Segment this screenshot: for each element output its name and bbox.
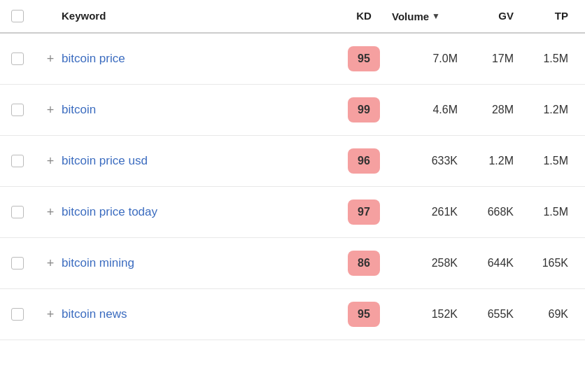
keyword-link-5[interactable]: bitcoin news xyxy=(62,307,127,321)
row-checkbox-area-0[interactable] xyxy=(11,52,36,65)
add-button-area-2[interactable]: + xyxy=(36,153,62,169)
tp-cell-1: 1.2M xyxy=(525,104,574,116)
tp-value-1: 1.2M xyxy=(543,104,568,115)
add-button-1[interactable]: + xyxy=(43,102,58,118)
keyword-link-2[interactable]: bitcoin price usd xyxy=(62,154,148,167)
keyword-cell-3: bitcoin price today xyxy=(62,205,336,219)
tp-cell-3: 1.5M xyxy=(525,206,574,218)
gv-value-3: 668K xyxy=(488,206,514,218)
keyword-link-0[interactable]: bitcoin price xyxy=(62,52,125,65)
volume-value-3: 261K xyxy=(432,206,458,218)
table-body: + bitcoin price 95 7.0M 17M 1.5M + bitco… xyxy=(0,34,585,340)
volume-header-label[interactable]: Volume ▼ xyxy=(392,10,458,22)
table-row: + bitcoin news 95 152K 655K 69K xyxy=(0,289,585,340)
gv-cell-3: 668K xyxy=(469,206,525,218)
table-row: + bitcoin 99 4.6M 28M 1.2M xyxy=(0,85,585,136)
kd-badge-4: 86 xyxy=(348,251,380,276)
tp-value-5: 69K xyxy=(549,308,568,320)
row-checkbox-area-3[interactable] xyxy=(11,206,36,218)
volume-sort-arrow: ▼ xyxy=(432,11,440,21)
row-checkbox-area-4[interactable] xyxy=(11,257,36,270)
table-row: + bitcoin price 95 7.0M 17M 1.5M xyxy=(0,34,585,85)
kd-badge-0: 95 xyxy=(348,46,380,71)
gv-header: GV xyxy=(469,10,525,22)
keyword-link-1[interactable]: bitcoin xyxy=(62,103,96,116)
gv-header-label: GV xyxy=(498,10,514,22)
keyword-header-label: Keyword xyxy=(62,10,106,22)
add-button-area-1[interactable]: + xyxy=(36,102,62,118)
add-button-0[interactable]: + xyxy=(43,51,58,66)
keyword-cell-2: bitcoin price usd xyxy=(62,154,336,168)
kd-cell-0: 95 xyxy=(336,46,392,71)
kd-badge-5: 95 xyxy=(348,302,380,327)
row-checkbox-0[interactable] xyxy=(11,52,24,65)
row-checkbox-4[interactable] xyxy=(11,257,24,270)
keyword-cell-5: bitcoin news xyxy=(62,307,336,321)
keyword-cell-0: bitcoin price xyxy=(62,52,336,66)
tp-value-0: 1.5M xyxy=(543,52,568,64)
table-row: + bitcoin mining 86 258K 644K 165K xyxy=(0,238,585,289)
gv-value-5: 655K xyxy=(488,308,514,320)
gv-value-1: 28M xyxy=(492,104,514,115)
kd-header-label: KD xyxy=(356,10,372,22)
volume-cell-4: 258K xyxy=(392,257,469,270)
gv-value-4: 644K xyxy=(488,257,514,269)
volume-value-2: 633K xyxy=(432,155,458,167)
kd-cell-1: 99 xyxy=(336,97,392,122)
volume-cell-3: 261K xyxy=(392,206,469,218)
row-checkbox-5[interactable] xyxy=(11,308,24,321)
row-checkbox-1[interactable] xyxy=(11,104,24,116)
kd-cell-4: 86 xyxy=(336,251,392,276)
volume-value-1: 4.6M xyxy=(432,104,458,115)
tp-value-4: 165K xyxy=(542,257,568,269)
kd-cell-5: 95 xyxy=(336,302,392,327)
table-row: + bitcoin price usd 96 633K 1.2M 1.5M xyxy=(0,136,585,187)
add-button-area-0[interactable]: + xyxy=(36,51,62,66)
row-checkbox-area-1[interactable] xyxy=(11,104,36,116)
gv-cell-5: 655K xyxy=(469,308,525,321)
keyword-link-3[interactable]: bitcoin price today xyxy=(62,205,157,218)
kd-header: KD xyxy=(336,10,392,22)
gv-cell-0: 17M xyxy=(469,52,525,65)
add-button-area-5[interactable]: + xyxy=(36,307,62,322)
keyword-link-4[interactable]: bitcoin mining xyxy=(62,256,134,270)
row-checkbox-area-2[interactable] xyxy=(11,155,36,167)
gv-cell-4: 644K xyxy=(469,257,525,270)
tp-value-3: 1.5M xyxy=(543,206,568,218)
row-checkbox-3[interactable] xyxy=(11,206,24,218)
volume-cell-2: 633K xyxy=(392,155,469,167)
keyword-cell-1: bitcoin xyxy=(62,103,336,117)
add-button-area-4[interactable]: + xyxy=(36,255,62,271)
select-all-checkbox-area[interactable] xyxy=(11,10,36,22)
row-checkbox-area-5[interactable] xyxy=(11,308,36,321)
kd-badge-1: 99 xyxy=(348,97,380,122)
add-button-area-3[interactable]: + xyxy=(36,204,62,220)
volume-value-5: 152K xyxy=(432,308,458,320)
kd-cell-3: 97 xyxy=(336,200,392,225)
kd-badge-3: 97 xyxy=(348,200,380,225)
keyword-table: Keyword KD Volume ▼ GV TP + bitcoin pric… xyxy=(0,0,585,340)
volume-cell-1: 4.6M xyxy=(392,104,469,116)
kd-badge-2: 96 xyxy=(348,148,380,174)
add-button-3[interactable]: + xyxy=(43,204,58,220)
tp-cell-0: 1.5M xyxy=(525,52,574,65)
gv-cell-2: 1.2M xyxy=(469,155,525,167)
volume-header[interactable]: Volume ▼ xyxy=(392,10,469,22)
row-checkbox-2[interactable] xyxy=(11,155,24,167)
tp-header-label: TP xyxy=(555,10,568,22)
table-row: + bitcoin price today 97 261K 668K 1.5M xyxy=(0,187,585,238)
gv-value-2: 1.2M xyxy=(488,155,514,167)
add-button-5[interactable]: + xyxy=(43,307,58,322)
kd-cell-2: 96 xyxy=(336,148,392,174)
volume-cell-5: 152K xyxy=(392,308,469,321)
volume-value-4: 258K xyxy=(432,257,458,269)
add-button-4[interactable]: + xyxy=(43,255,58,271)
keyword-header: Keyword xyxy=(62,10,336,22)
keyword-cell-4: bitcoin mining xyxy=(62,256,336,270)
tp-cell-2: 1.5M xyxy=(525,155,574,167)
select-all-checkbox[interactable] xyxy=(11,10,24,22)
gv-cell-1: 28M xyxy=(469,104,525,116)
gv-value-0: 17M xyxy=(492,52,514,64)
tp-value-2: 1.5M xyxy=(543,155,568,167)
add-button-2[interactable]: + xyxy=(43,153,58,169)
